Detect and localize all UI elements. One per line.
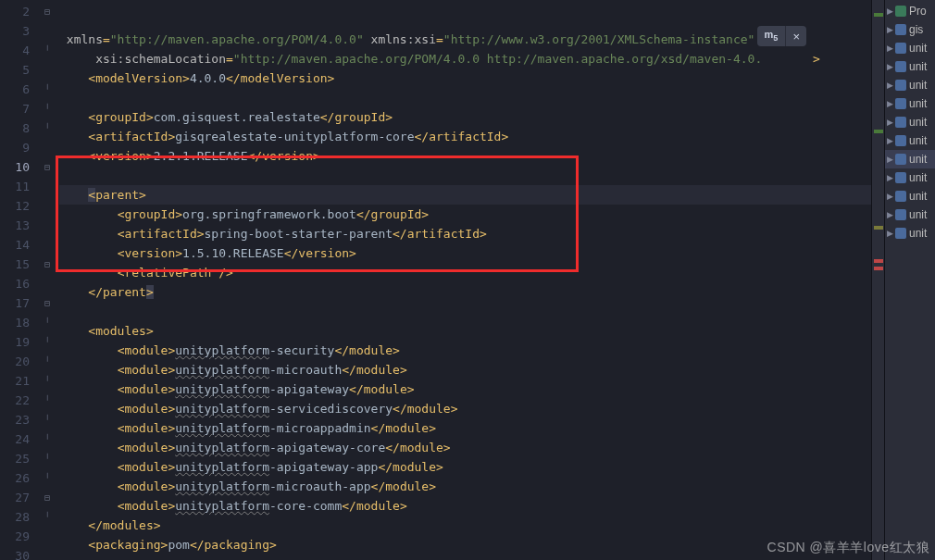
line-number[interactable]: 18 <box>0 313 39 332</box>
line-number[interactable]: 13 <box>0 216 39 235</box>
line-number[interactable]: 9 <box>0 138 39 157</box>
line-number[interactable]: 20 <box>0 352 39 371</box>
chevron-right-icon[interactable]: ▶ <box>887 76 893 94</box>
fold-close-icon[interactable]: ⊟ <box>44 492 50 503</box>
line-number[interactable]: 29 <box>0 527 39 546</box>
tree-item[interactable]: ▶unit <box>885 57 935 76</box>
line-number[interactable]: 19 <box>0 332 39 352</box>
chevron-right-icon[interactable]: ▶ <box>887 150 893 168</box>
fold-leaf-icon: ╵ <box>44 84 50 94</box>
code-line[interactable]: xmlns="http://maven.apache.org/POM/4.0.0… <box>59 30 871 49</box>
line-number[interactable]: 30 <box>0 546 39 560</box>
tree-item[interactable]: ▶unit <box>885 205 935 224</box>
tree-item[interactable]: ▶unit <box>885 76 935 94</box>
line-number[interactable]: 12 <box>0 196 39 216</box>
chevron-right-icon[interactable]: ▶ <box>887 205 893 224</box>
chevron-right-icon[interactable]: ▶ <box>887 168 893 187</box>
tree-item[interactable]: ▶unit <box>885 131 935 150</box>
code-line[interactable] <box>59 88 871 107</box>
rollback-hint[interactable]: m5 × <box>757 26 806 46</box>
line-number[interactable]: 24 <box>0 429 39 449</box>
code-area[interactable]: xmlns="http://maven.apache.org/POM/4.0.0… <box>56 0 871 560</box>
chevron-right-icon[interactable]: ▶ <box>887 20 893 39</box>
chevron-right-icon[interactable]: ▶ <box>887 224 893 243</box>
chevron-right-icon[interactable]: ▶ <box>887 131 893 150</box>
chevron-right-icon[interactable]: ▶ <box>887 57 893 76</box>
fold-open-icon[interactable]: ⊟ <box>44 6 50 17</box>
tree-item[interactable]: ▶unit <box>885 113 935 131</box>
line-number[interactable]: 4 <box>0 41 39 60</box>
line-number[interactable]: 16 <box>0 274 39 293</box>
line-number[interactable]: 25 <box>0 449 39 468</box>
line-number[interactable]: 3 <box>0 21 39 41</box>
code-line[interactable]: <parent> <box>59 185 871 205</box>
line-number[interactable]: 8 <box>0 118 39 138</box>
code-line[interactable]: <module>unityplatform-core-comm</module> <box>59 496 871 516</box>
tree-item[interactable]: ▶unit <box>885 150 935 168</box>
maven-icon <box>895 61 906 72</box>
line-number[interactable]: 17 <box>0 293 39 313</box>
line-number[interactable]: 26 <box>0 468 39 488</box>
chevron-right-icon[interactable]: ▶ <box>887 2 893 20</box>
code-line[interactable]: <packaging>pom</packaging> <box>59 535 871 554</box>
tree-item[interactable]: ▶gis <box>885 20 935 39</box>
line-number[interactable]: 14 <box>0 235 39 255</box>
close-icon[interactable]: × <box>785 26 806 46</box>
line-number[interactable]: 15 <box>0 255 39 274</box>
code-line[interactable]: <module>unityplatform-security</module> <box>59 341 871 360</box>
tree-item[interactable]: ▶unit <box>885 187 935 205</box>
chevron-right-icon[interactable]: ▶ <box>887 187 893 205</box>
line-number[interactable]: 28 <box>0 507 39 527</box>
code-line[interactable] <box>59 554 871 560</box>
code-line[interactable]: <modelVersion>4.0.0</modelVersion> <box>59 68 871 88</box>
line-number[interactable]: 23 <box>0 410 39 429</box>
code-line[interactable]: <module>unityplatform-apigateway-core</m… <box>59 438 871 457</box>
tree-item[interactable]: ▶Pro <box>885 2 935 20</box>
code-line[interactable]: <version>2.2.1.RELEASE</version> <box>59 146 871 166</box>
code-line[interactable] <box>59 302 871 321</box>
line-number[interactable]: 27 <box>0 488 39 507</box>
fold-close-icon[interactable]: ⊟ <box>44 259 50 269</box>
code-line[interactable]: </parent> <box>59 282 871 302</box>
line-number[interactable]: 11 <box>0 177 39 196</box>
line-number[interactable]: 7 <box>0 99 39 118</box>
code-line[interactable]: <module>unityplatform-microauth</module> <box>59 360 871 380</box>
tree-item[interactable]: ▶unit <box>885 224 935 243</box>
code-line[interactable]: <version>1.5.10.RELEASE</version> <box>59 243 871 263</box>
fold-column[interactable]: ⊟╵╵╵╵⊟⊟⊟╵╵╵╵╵╵╵╵╵⊟╵ <box>39 0 56 560</box>
line-number[interactable]: 6 <box>0 80 39 99</box>
line-number[interactable]: 2 <box>0 2 39 21</box>
code-line[interactable]: <module>unityplatform-microauth-app</mod… <box>59 477 871 496</box>
line-number[interactable]: 21 <box>0 371 39 391</box>
fold-open-icon[interactable]: ⊟ <box>44 162 50 172</box>
code-line[interactable]: <module>unityplatform-microappadmin</mod… <box>59 418 871 438</box>
code-line[interactable] <box>59 166 871 185</box>
code-line[interactable]: </modules> <box>59 516 871 535</box>
error-stripe[interactable] <box>871 0 884 560</box>
code-line[interactable]: <modules> <box>59 321 871 341</box>
fold-open-icon[interactable]: ⊟ <box>44 298 50 308</box>
fold-leaf-icon: ╵ <box>44 45 50 56</box>
code-line[interactable]: <module>unityplatform-apigateway-app</mo… <box>59 457 871 477</box>
chevron-right-icon[interactable]: ▶ <box>887 94 893 113</box>
code-line[interactable]: xsi:schemaLocation="http://maven.apache.… <box>59 49 871 68</box>
code-line[interactable]: <artifactId>gisqrealestate-unityplatform… <box>59 127 871 146</box>
code-line[interactable]: <relativePath /> <box>59 263 871 282</box>
code-line[interactable]: <artifactId>spring-boot-starter-parent</… <box>59 224 871 243</box>
line-number-gutter[interactable]: 2345678910111213141516171819202122232425… <box>0 0 39 560</box>
tree-item[interactable]: ▶unit <box>885 168 935 187</box>
line-number[interactable]: 5 <box>0 60 39 80</box>
line-number[interactable]: 22 <box>0 391 39 410</box>
code-line[interactable]: <groupId>org.springframework.boot</group… <box>59 205 871 224</box>
code-line[interactable]: <module>unityplatform-apigateway</module… <box>59 380 871 399</box>
chevron-right-icon[interactable]: ▶ <box>887 113 893 131</box>
chevron-right-icon[interactable]: ▶ <box>887 39 893 57</box>
tree-item-label: unit <box>909 131 927 150</box>
tree-item[interactable]: ▶unit <box>885 94 935 113</box>
line-number[interactable]: 10 <box>0 157 39 177</box>
tree-item-label: unit <box>909 187 927 205</box>
project-tree[interactable]: ▶Pro▶gis▶unit▶unit▶unit▶unit▶unit▶unit▶u… <box>884 0 935 560</box>
code-line[interactable]: <module>unityplatform-servicediscovery</… <box>59 399 871 418</box>
code-line[interactable]: <groupId>com.gisquest.realestate</groupI… <box>59 107 871 127</box>
tree-item[interactable]: ▶unit <box>885 39 935 57</box>
